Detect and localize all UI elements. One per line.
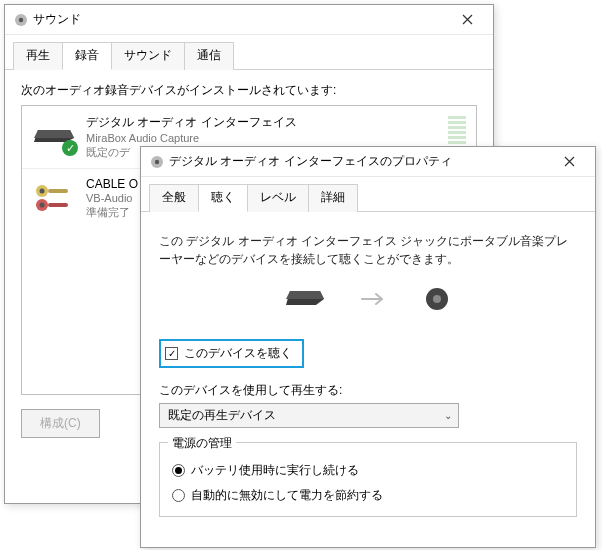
svg-rect-9: [48, 203, 68, 207]
device-driver: MiraBox Audio Capture: [86, 131, 297, 145]
device-status: 準備完了: [86, 205, 138, 219]
tab-playback[interactable]: 再生: [13, 42, 63, 70]
close-icon: [564, 156, 575, 167]
power-management-group: 電源の管理 バッテリ使用時に実行し続ける 自動的に無効にして電力を節約する: [159, 442, 577, 517]
default-check-icon: ✓: [62, 140, 78, 156]
svg-point-7: [40, 202, 45, 207]
device-list-heading: 次のオーディオ録音デバイスがインストールされています:: [21, 82, 477, 99]
sound-titlebar: サウンド: [5, 5, 493, 35]
tab-general[interactable]: 全般: [149, 184, 199, 212]
properties-window: デジタル オーディオ インターフェイスのプロパティ 全般 聴く レベル 詳細 こ…: [140, 146, 596, 548]
sound-window-title: サウンド: [29, 11, 447, 28]
properties-tabs: 全般 聴く レベル 詳細: [141, 177, 595, 212]
configure-button[interactable]: 構成(C): [21, 409, 100, 438]
listen-checkbox-label: このデバイスを聴く: [184, 345, 292, 362]
playback-device-select[interactable]: 既定の再生デバイス ⌄: [159, 403, 459, 428]
tab-communication[interactable]: 通信: [184, 42, 234, 70]
svg-rect-8: [48, 189, 68, 193]
device-name: デジタル オーディオ インターフェイス: [86, 114, 297, 131]
tab-record[interactable]: 録音: [62, 42, 112, 70]
level-meter-icon: [448, 114, 466, 144]
audio-interface-icon: ✓: [32, 114, 76, 154]
cable-icon: [32, 177, 76, 217]
power-radio-disable-label: 自動的に無効にして電力を節約する: [191, 487, 383, 504]
svg-point-15: [433, 295, 441, 303]
power-radio-continue[interactable]: [172, 464, 185, 477]
sound-tabs: 再生 録音 サウンド 通信: [5, 35, 493, 70]
power-radio-disable[interactable]: [172, 489, 185, 502]
playback-device-value: 既定の再生デバイス: [168, 407, 276, 424]
close-button[interactable]: [447, 7, 487, 33]
svg-marker-3: [34, 130, 74, 138]
signal-diagram: [159, 286, 577, 315]
device-driver: VB-Audio: [86, 191, 138, 205]
power-radio-continue-label: バッテリ使用時に実行し続ける: [191, 462, 359, 479]
listen-description: この デジタル オーディオ インターフェイス ジャックにポータブル音楽プレーヤー…: [159, 232, 577, 268]
properties-titlebar: デジタル オーディオ インターフェイスのプロパティ: [141, 147, 595, 177]
listen-checkbox[interactable]: ✓: [165, 347, 178, 360]
power-management-legend: 電源の管理: [168, 435, 236, 452]
speaker-icon: [13, 12, 29, 28]
listen-checkbox-highlight: ✓ このデバイスを聴く: [159, 339, 304, 368]
svg-point-5: [40, 188, 45, 193]
speaker-output-icon: [424, 286, 450, 315]
speaker-icon: [149, 154, 165, 170]
close-button[interactable]: [549, 149, 589, 175]
arrow-right-icon: [360, 289, 390, 312]
close-icon: [462, 14, 473, 25]
properties-window-title: デジタル オーディオ インターフェイスのプロパティ: [165, 153, 549, 170]
device-name: CABLE O: [86, 177, 138, 191]
audio-box-icon: [286, 287, 326, 314]
tab-level[interactable]: レベル: [247, 184, 309, 212]
svg-marker-13: [286, 291, 324, 299]
chevron-down-icon: ⌄: [444, 410, 452, 421]
svg-point-11: [155, 159, 159, 163]
playback-device-label: このデバイスを使用して再生する:: [159, 382, 577, 399]
tab-sound[interactable]: サウンド: [111, 42, 185, 70]
svg-point-1: [19, 17, 23, 21]
tab-detail[interactable]: 詳細: [308, 184, 358, 212]
tab-listen[interactable]: 聴く: [198, 184, 248, 212]
